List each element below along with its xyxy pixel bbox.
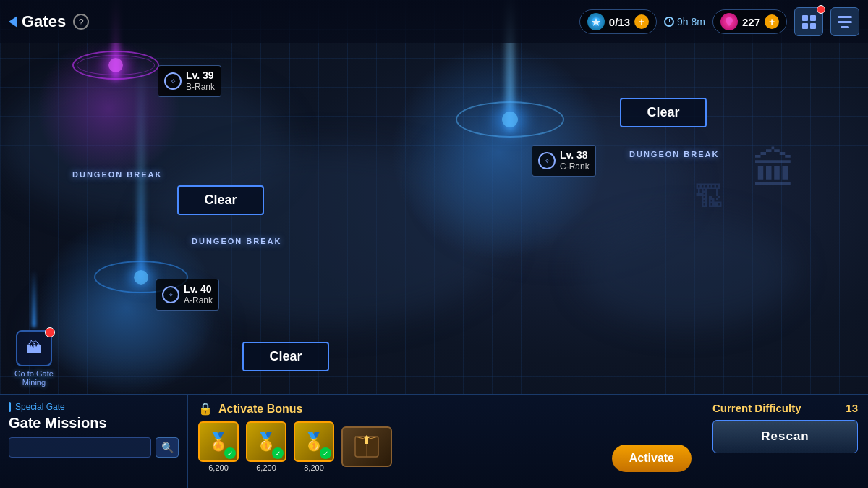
difficulty-value: 13: [846, 402, 858, 414]
search-bar[interactable]: [9, 437, 151, 458]
gate-missions-panel: Special Gate Gate Missions 🔍: [0, 394, 188, 488]
bonus-item-2: 🥇 ✓ 6,200: [246, 421, 286, 472]
help-button[interactable]: ?: [73, 14, 89, 30]
back-arrow-icon: [9, 16, 17, 28]
difficulty-panel: Current Difficulty 13 Rescan: [702, 394, 868, 488]
bonus-value-3: 8,200: [304, 463, 324, 472]
bonus-icon-2: 🥇 ✓: [246, 421, 286, 462]
mine-gate[interactable]: 🏔 Go to GateMining: [14, 269, 54, 387]
activate-bonus-header: 🔒 Activate Bonus: [198, 402, 692, 416]
gate-c-rank-badge: ⟡ Lv. 38 C-Rank: [532, 145, 596, 177]
difficulty-row: Current Difficulty 13: [712, 402, 858, 414]
timer-display: 9h 8m: [664, 16, 705, 28]
bonus-item-1: 🏅 ✓ 6,200: [198, 421, 239, 472]
currency-plus-button-2[interactable]: +: [765, 14, 779, 29]
gate-b-rank: [72, 51, 159, 80]
grid-button[interactable]: [794, 7, 823, 36]
gate-b-rank-ring: [72, 51, 159, 80]
bonus-value-1: 6,200: [208, 463, 229, 472]
bonus-item-3: 🥇 ✓ 8,200: [294, 421, 334, 472]
clock-icon: [664, 17, 674, 27]
currency-plus-button-1[interactable]: +: [634, 14, 649, 29]
bonus-value-2: 6,200: [256, 463, 276, 472]
currency-icon-1: [587, 13, 605, 30]
mine-notification-dot: [45, 327, 55, 337]
grid-icon: [802, 15, 816, 29]
currency-box-2: 227 +: [712, 9, 787, 34]
gate-c-rank: [456, 101, 564, 138]
gate-missions-title: Gate Missions: [9, 415, 179, 432]
grid-notification-dot: [817, 5, 825, 14]
back-button[interactable]: Gates: [9, 12, 66, 31]
page-title: Gates: [22, 12, 66, 31]
currency-box-1: 0/13 +: [579, 9, 657, 34]
dungeon-break-label-a: DUNGEON BREAK: [192, 237, 281, 245]
currency-value-2: 227: [742, 16, 760, 28]
rank-icon-b: ⟡: [164, 72, 182, 90]
bottom-panel: Special Gate Gate Missions 🔍 🔒 Activate …: [0, 394, 868, 488]
currency-icon-2: [720, 13, 738, 30]
rank-icon-c: ⟡: [538, 152, 556, 169]
currency-value-1: 0/13: [609, 16, 630, 28]
gate-a-rank-badge: ⟡ Lv. 40 A-Rank: [156, 279, 219, 311]
mine-gate-icon: 🏔: [16, 330, 52, 366]
bonus-item-special: [341, 426, 392, 467]
gate-c-rank-ring: [456, 101, 564, 138]
activate-bonus-items: 🏅 ✓ 6,200 🥇 ✓ 6,200 🥇 ✓ 8,200: [198, 421, 692, 472]
check-overlay-3: ✓: [320, 447, 331, 459]
difficulty-label: Current Difficulty: [712, 402, 801, 414]
timer-box: 9h 8m: [664, 16, 705, 28]
dungeon-break-label-c: DUNGEON BREAK: [629, 150, 719, 159]
lock-icon: 🔒: [198, 402, 213, 416]
rescan-button[interactable]: Rescan: [712, 420, 858, 453]
check-overlay-1: ✓: [224, 447, 236, 459]
bonus-icon-1: 🏅 ✓: [198, 421, 239, 462]
bonus-icon-3: 🥇 ✓: [294, 421, 334, 462]
bonus-icon-special: [341, 426, 392, 467]
top-bar: Gates ? 0/13 + 9h 8m 227 +: [0, 0, 868, 43]
rank-text-c: Lv. 38 C-Rank: [560, 148, 590, 173]
clear-button-b[interactable]: Clear: [177, 185, 264, 215]
check-overlay-2: ✓: [272, 447, 284, 459]
menu-button[interactable]: [830, 7, 859, 36]
special-gate-label: Special Gate: [9, 402, 179, 412]
search-row: 🔍: [9, 437, 179, 458]
activate-button[interactable]: Activate: [612, 445, 692, 472]
gate-b-rank-badge: ⟡ Lv. 39 B-Rank: [158, 65, 221, 97]
clear-button-c[interactable]: Clear: [620, 98, 707, 127]
rank-text-a: Lv. 40 A-Rank: [184, 282, 213, 307]
mine-gate-label: Go to GateMining: [14, 369, 54, 387]
rank-text-b: Lv. 39 B-Rank: [186, 69, 215, 93]
search-button[interactable]: 🔍: [156, 437, 179, 458]
rank-icon-a: ⟡: [162, 286, 179, 303]
dungeon-break-label-b: DUNGEON BREAK: [72, 170, 162, 179]
activate-bonus-panel: 🔒 Activate Bonus 🏅 ✓ 6,200 🥇 ✓ 6,200: [188, 394, 702, 488]
clear-button-a[interactable]: Clear: [242, 342, 329, 371]
